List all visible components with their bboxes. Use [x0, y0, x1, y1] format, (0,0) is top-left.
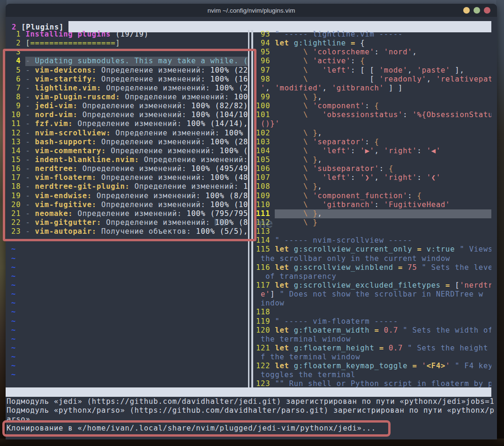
- code-line: ~: [7, 281, 248, 290]
- code-line: 122let g:floaterm_keymap_toggle = '<F4>'…: [256, 362, 491, 371]
- code-line: ~: [7, 254, 248, 263]
- code-line: ~: [7, 272, 248, 281]
- code-line: 93" ----- lightline.vim -----: [256, 30, 491, 39]
- window-separator: [248, 30, 249, 387]
- code-line: ()}': [256, 119, 491, 128]
- code-line: ~: [7, 371, 248, 379]
- code-line: ~: [7, 245, 248, 254]
- code-line: 97 \ 'left': [ [ 'mode', 'paste' ],: [256, 66, 491, 75]
- code-line: 121let g:floaterm_height = 0.7 " Sets th…: [256, 344, 491, 353]
- code-line: 104 \ 'left': '▶', 'right': '◀': [256, 147, 491, 156]
- code-line: of transparency: [256, 272, 491, 281]
- code-line: 6- vim-startify: Определение изменений: …: [7, 75, 248, 84]
- code-line: ~: [7, 326, 248, 335]
- code-line: 115let g:scrollview_current_only = v:tru…: [256, 245, 491, 254]
- code-line: Клонирование в «/home/ivan/.local/share/…: [7, 424, 494, 433]
- terminal-window: nvim ~/.config/nvim/plugins.vim 2 [Plugi…: [6, 4, 497, 439]
- code-line: ~: [7, 290, 248, 299]
- close-button[interactable]: [484, 7, 490, 14]
- code-line: 114" ----- nvim-scrollview -----: [256, 236, 491, 245]
- code-line: 1Installing plugins (19/19): [7, 30, 248, 39]
- code-line: 106 \ 'subseparator': {: [256, 164, 491, 173]
- code-line: 96 \ 'active': {: [256, 57, 491, 66]
- code-line: 107 \ 'left': '❯', 'right': '❮': [256, 173, 491, 182]
- code-line: ~: [7, 353, 248, 362]
- code-line: toggles the terminal: [256, 371, 491, 379]
- code-line: arso»: [7, 415, 494, 424]
- code-line: 105 \ },: [256, 156, 491, 164]
- code-line: the terminal window: [256, 335, 491, 344]
- code-line: 109 \ 'component_function': {: [256, 192, 491, 201]
- code-line: 119" ----- vim-floaterm -----: [256, 317, 491, 326]
- code-line: 9- jedi-vim: Определение изменений: 100%…: [7, 102, 248, 111]
- code-line: 20- vim-fugitive: Определение изменений:…: [7, 201, 248, 209]
- scrollview-scrollbar: [251, 30, 253, 387]
- code-line: 10- nord-vim: Определение изменений: 100…: [7, 111, 248, 119]
- code-line: 94let g:lightline = {: [256, 39, 491, 48]
- code-line: 111 \ },: [256, 209, 491, 218]
- code-line: 5- vim-devicons: Определение изменений: …: [7, 66, 248, 75]
- plugins-vim-pane[interactable]: 93" ----- lightline.vim -----94let g:lig…: [256, 30, 491, 387]
- code-line: 17- vim-floaterm: Определение изменений:…: [7, 173, 248, 182]
- code-line: 120let g:floaterm_width = 0.7 " Sets the…: [256, 326, 491, 335]
- code-line: 15- indent-blankline.nvim: Определение и…: [7, 156, 248, 164]
- code-line: 117let g:scrollview_excluded_filetypes =…: [256, 281, 491, 290]
- code-line: 18- nerdtree-git-plugin: Определение изм…: [7, 182, 248, 191]
- minimize-button[interactable]: [463, 7, 470, 14]
- desktop-wallpaper-right: [496, 0, 504, 446]
- code-line: 113: [256, 227, 491, 236]
- code-line: 95 \ 'colorscheme': 'nord',: [256, 48, 491, 57]
- code-line: 101 \ 'obsessionstatus': '%{ObsessionSta…: [256, 111, 491, 119]
- code-line: ~: [7, 308, 248, 317]
- desktop-wallpaper-bottom: [0, 439, 504, 446]
- code-line: 110 \ 'gitbranch': 'FugitiveHead': [256, 201, 491, 209]
- code-line: 102 \ },: [256, 129, 491, 138]
- code-line: 99 \ },: [256, 93, 491, 102]
- code-line: 3: [7, 48, 248, 57]
- code-line: 16- nerdtree: Определение изменений: 100…: [7, 164, 248, 173]
- code-line: 22- vim-gitgutter: Определение изменений…: [7, 218, 248, 227]
- code-line: 108 \ },: [256, 182, 491, 191]
- code-line: ~: [7, 236, 248, 245]
- code-line: ~: [7, 263, 248, 272]
- vim-plug-pane[interactable]: 1Installing plugins (19/19)2[===========…: [7, 30, 248, 387]
- code-line: 19- vim-endwise: Определение изменений: …: [7, 192, 248, 201]
- code-line: 21- neomake: Определение изменений: 100%…: [7, 209, 248, 218]
- code-line: ~: [7, 299, 248, 308]
- code-line: 112 \ }: [256, 218, 491, 227]
- code-line: 100 \ 'component': {: [256, 102, 491, 111]
- vim-message-area: Подмодуль «jedi» (https://github.com/dav…: [7, 397, 494, 439]
- window-titlebar[interactable]: nvim ~/.config/nvim/plugins.vim: [6, 4, 497, 17]
- code-line: 14- vim-commentary: Определение изменени…: [7, 147, 248, 156]
- code-line: ~: [7, 362, 248, 371]
- window-title: nvim ~/.config/nvim/plugins.vim: [207, 7, 295, 14]
- code-line: 12- nvim-scrollview: Определение изменен…: [7, 129, 248, 138]
- code-line: 7- lightline.vim: Определение изменений:…: [7, 84, 248, 93]
- code-line: 118: [256, 308, 491, 317]
- code-line: 2[==================]: [7, 39, 248, 48]
- code-line: 8- vim-plugin-ruscmd: Определение измене…: [7, 93, 248, 102]
- code-line: e'] " Does not show the scrollbar in NER…: [256, 290, 491, 299]
- code-line: ~: [7, 317, 248, 326]
- window-buttons: [463, 7, 490, 14]
- code-line: the scrollbar only in the current window: [256, 254, 491, 263]
- code-line: 116let g:scrollview_winblend = 75 " Sets…: [256, 263, 491, 272]
- code-line: 98 \ [ 'readonly', 'relativepath: [256, 75, 491, 84]
- code-line: f the terminal window: [256, 353, 491, 362]
- vim-statusline: [6, 387, 491, 397]
- code-line: ~: [7, 335, 248, 344]
- code-line: indow: [256, 299, 491, 308]
- code-line: 4- Updating submodules. This may take a …: [7, 57, 248, 66]
- code-line: Подмодуль «pythonx/parso» (https://githu…: [7, 406, 494, 415]
- code-line: Подмодуль «jedi» (https://github.com/dav…: [7, 397, 494, 406]
- code-line: 23- vim-autopair: Получение объектов: 10…: [7, 227, 248, 236]
- code-line: ~: [7, 344, 248, 353]
- code-line: 103 \ 'separator': {: [256, 138, 491, 147]
- code-line: 11- fzf.vim: Определение изменений: 100%…: [7, 119, 248, 128]
- code-line: 123"" Run shell or Python script in floa…: [256, 379, 491, 387]
- code-line: 13- bash-support: Определение изменений:…: [7, 138, 248, 147]
- code-line: ', 'modified', 'gitbranch' ] ]: [256, 84, 491, 93]
- maximize-button[interactable]: [474, 7, 480, 14]
